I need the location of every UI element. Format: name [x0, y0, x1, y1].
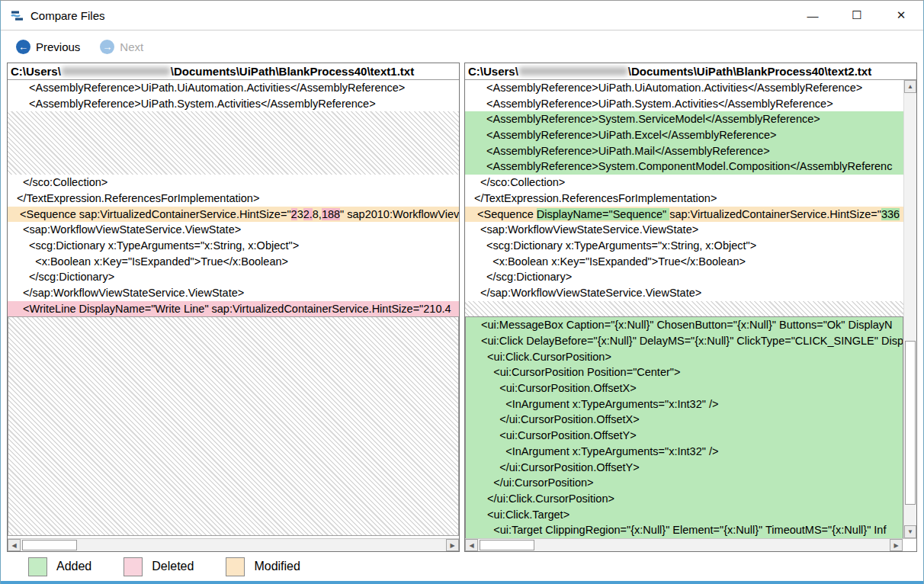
diff-line-context: <sap:WorkflowViewStateService.ViewState>: [8, 222, 459, 238]
legend-item-modified: Modified: [226, 557, 300, 576]
diff-gap-placeholder: [465, 301, 903, 317]
diff-line-added: <ui:Target ClippingRegion="{x:Null}" Ele…: [466, 522, 903, 538]
diff-line-context: <scg:Dictionary x:TypeArguments="x:Strin…: [465, 238, 903, 254]
left-horizontal-scrollbar: ◀ ▶: [8, 538, 459, 551]
legend-swatch-modified: [226, 557, 245, 576]
diff-line-added: <InArgument x:TypeArguments="x:Int32" />: [466, 396, 903, 412]
next-label: Next: [120, 40, 143, 53]
diff-line-added: <ui:CursorPosition.OffsetX>: [466, 380, 903, 396]
right-horizontal-scrollbar: ◀ ▶: [465, 538, 903, 551]
diff-line-context: </sco:Collection>: [465, 175, 903, 191]
inline-diff-segment: <Sequence sap:VirtualizedContainerServic…: [17, 208, 291, 220]
diff-line-added: </ui:CursorPosition.OffsetY>: [466, 460, 903, 476]
next-button[interactable]: → Next: [95, 37, 148, 57]
compare-files-app-icon: [11, 9, 24, 22]
diff-line-context: </sco:Collection>: [8, 175, 459, 191]
diff-line-context: <AssemblyReference>UiPath.System.Activit…: [8, 96, 459, 112]
right-scroll-up-arrow-icon[interactable]: ▲: [904, 80, 916, 93]
inline-diff-segment: 3: [297, 208, 303, 220]
left-scroll-left-arrow-icon[interactable]: ◀: [8, 539, 21, 551]
toolbar: ← Previous → Next: [1, 30, 923, 63]
close-button[interactable]: ✕: [879, 1, 923, 30]
diff-line-context: </TextExpression.ReferencesForImplementa…: [465, 191, 903, 207]
inline-diff-segment: <Sequence: [474, 208, 537, 220]
right-path-suffix: \Documents\UiPath\BlankProcess40\text2.t…: [628, 65, 871, 78]
diff-line-context: <x:Boolean x:Key="IsExpanded">True</x:Bo…: [8, 254, 459, 270]
diff-gap-placeholder: [8, 316, 459, 536]
diff-line-context: </sap:WorkflowViewStateService.ViewState…: [8, 285, 459, 301]
diff-line-added: <AssemblyReference>UiPath.Excel</Assembl…: [465, 127, 903, 143]
diff-line-added: <ui:Click DelayBefore="{x:Null}" DelayMS…: [466, 333, 903, 349]
window-title: Compare Files: [30, 9, 105, 22]
inline-diff-segment: 8,: [313, 208, 322, 220]
diff-line-context: <AssemblyReference>UiPath.UiAutomation.A…: [465, 80, 903, 96]
diff-line-modified: <Sequence DisplayName="Sequence" sap:Vir…: [465, 207, 903, 223]
left-diff-content[interactable]: <AssemblyReference>UiPath.UiAutomation.A…: [8, 80, 459, 538]
previous-arrow-icon: ←: [16, 40, 30, 54]
diff-line-added: <ui:Click.Target>: [466, 507, 903, 523]
diff-line-added: <ui:Click.CursorPosition>: [466, 349, 903, 365]
inline-diff-segment: sap:VirtualizedContainerService.HintSize…: [669, 208, 881, 220]
right-vscroll-track[interactable]: [904, 93, 916, 525]
legend-swatch-added: [28, 557, 47, 576]
minimize-button[interactable]: —: [791, 1, 835, 30]
right-vscroll-thumb[interactable]: [905, 341, 916, 505]
diff-line-added: </ui:Click.CursorPosition>: [466, 491, 903, 507]
inline-diff-del-segment: 2.: [303, 208, 313, 220]
compare-area: C:\Users\ \Documents\UiPath\BlankProcess…: [1, 63, 923, 552]
maximize-button[interactable]: ☐: [835, 1, 879, 30]
next-arrow-icon: →: [100, 40, 114, 54]
scrollbar-corner: [903, 538, 916, 551]
title-bar: Compare Files — ☐ ✕: [1, 1, 923, 30]
left-path-prefix: C:\Users\: [11, 65, 61, 78]
legend-item-deleted: Deleted: [124, 557, 194, 576]
diff-line-context: <scg:Dictionary x:TypeArguments="x:Strin…: [8, 238, 459, 254]
compare-files-window: Compare Files — ☐ ✕ ← Previous → Next C:…: [0, 0, 924, 584]
diff-line-added: <AssemblyReference>UiPath.Mail</Assembly…: [465, 143, 903, 159]
right-file-pane: C:\Users\ \Documents\UiPath\BlankProcess…: [464, 63, 917, 552]
left-path-redacted-username: [62, 67, 170, 75]
diff-line-context: <AssemblyReference>UiPath.System.Activit…: [465, 96, 903, 112]
window-bottom-accent-bar: [1, 581, 923, 584]
right-hscroll-track[interactable]: [478, 539, 890, 551]
right-path-redacted-username: [519, 67, 627, 75]
right-scroll-right-arrow-icon[interactable]: ▶: [890, 539, 903, 551]
right-diff-content[interactable]: <AssemblyReference>UiPath.UiAutomation.A…: [465, 80, 903, 538]
diff-line-added: <AssemblyReference>System.ComponentModel…: [465, 159, 903, 175]
left-file-path: C:\Users\ \Documents\UiPath\BlankProcess…: [8, 63, 459, 80]
left-path-suffix: \Documents\UiPath\BlankProcess40\text1.t…: [171, 65, 414, 78]
diff-line-added: <ui:CursorPosition Position="Center">: [466, 364, 903, 380]
diff-line-context: <sap:WorkflowViewStateService.ViewState>: [465, 222, 903, 238]
diff-line-added: <InArgument x:TypeArguments="x:Int32" />: [466, 444, 903, 460]
left-hscroll-thumb[interactable]: [22, 540, 77, 550]
diff-line-added: <AssemblyReference>System.ServiceModel</…: [465, 111, 903, 127]
diff-line-deleted: <WriteLine DisplayName="Write Line" sap:…: [8, 301, 459, 317]
legend-item-added: Added: [28, 557, 91, 576]
diff-line-added: </ui:CursorPosition>: [466, 475, 903, 491]
diff-line-context: <x:Boolean x:Key="IsExpanded">True</x:Bo…: [465, 254, 903, 270]
previous-button[interactable]: ← Previous: [11, 37, 85, 57]
diff-added-block: <ui:MessageBox Caption="{x:Null}" Chosen…: [465, 316, 903, 538]
right-hscroll-thumb[interactable]: [480, 540, 534, 550]
diff-line-context: </scg:Dictionary>: [8, 269, 459, 285]
diff-line-added: </ui:CursorPosition.OffsetX>: [466, 412, 903, 428]
diff-line-added: <ui:CursorPosition.OffsetY>: [466, 428, 903, 444]
diff-line-context: </scg:Dictionary>: [465, 269, 903, 285]
inline-diff-add-segment: DisplayName="Sequence": [537, 208, 669, 220]
legend-label-deleted: Deleted: [152, 560, 194, 573]
diff-line-context: </sap:WorkflowViewStateService.ViewState…: [465, 285, 903, 301]
inline-diff-segment: " sap2010:WorkflowViev: [340, 208, 459, 220]
diff-gap-placeholder: [8, 111, 459, 175]
diff-line-modified: <Sequence sap:VirtualizedContainerServic…: [8, 207, 459, 223]
diff-line-added: <ui:MessageBox Caption="{x:Null}" Chosen…: [466, 317, 903, 333]
inline-diff-del-segment: 188: [322, 208, 340, 220]
legend-label-modified: Modified: [254, 560, 300, 573]
right-scroll-left-arrow-icon[interactable]: ◀: [465, 539, 478, 551]
diff-line-context: <AssemblyReference>UiPath.UiAutomation.A…: [8, 80, 459, 96]
right-scroll-down-arrow-icon[interactable]: ▼: [904, 525, 916, 538]
left-hscroll-track[interactable]: [21, 539, 446, 551]
left-file-pane: C:\Users\ \Documents\UiPath\BlankProcess…: [7, 63, 460, 552]
diff-line-context: </TextExpression.ReferencesForImplementa…: [8, 191, 459, 207]
left-scroll-right-arrow-icon[interactable]: ▶: [446, 539, 459, 551]
inline-diff-add-segment: 336: [881, 208, 900, 220]
